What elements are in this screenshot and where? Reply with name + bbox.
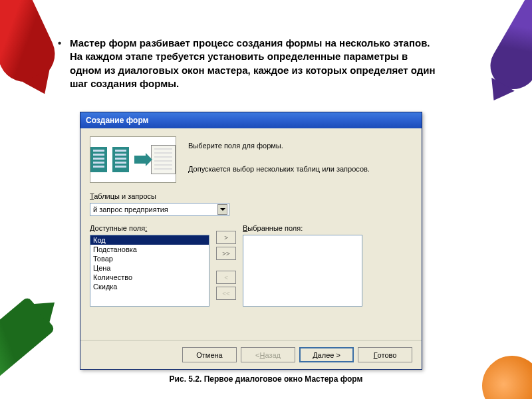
back-button[interactable]: < Назад — [241, 347, 295, 362]
move-all-left-button[interactable]: << — [216, 287, 236, 300]
wizard-illustration — [90, 136, 176, 183]
list-item[interactable]: Подстановка — [90, 245, 209, 254]
slide-bullet-text: Мастер форм разбивает процесс создания ф… — [70, 37, 436, 90]
crayon-purple-decoration — [482, 0, 532, 98]
next-button[interactable]: Далее > — [299, 347, 354, 362]
list-item[interactable]: Код — [90, 235, 209, 245]
tables-queries-combo[interactable]: й запрос предприятия — [90, 203, 229, 216]
dialog-titlebar: Создание форм — [80, 112, 422, 128]
move-right-button[interactable]: > — [216, 231, 236, 244]
dialog-footer: Отмена < Назад Далее > Готово — [80, 340, 422, 369]
instruction-line-1: Выберите поля для формы. — [188, 140, 370, 152]
selected-fields-label: Выбранные поля: — [243, 224, 362, 232]
crayon-red-decoration — [0, 0, 64, 90]
wizard-instructions: Выберите поля для формы. Допускается выб… — [188, 136, 370, 183]
list-item[interactable]: Товар — [90, 254, 209, 263]
move-all-right-button[interactable]: >> — [216, 247, 236, 260]
selected-fields-list[interactable] — [243, 235, 362, 307]
tables-queries-label: Таблицы и запросы — [90, 192, 412, 200]
chevron-down-icon[interactable] — [217, 204, 227, 215]
finish-button[interactable]: Готово — [358, 347, 412, 362]
form-wizard-dialog: Создание форм Выберите поля для формы. Д… — [80, 112, 422, 370]
list-item[interactable]: Количество — [90, 273, 209, 282]
list-item[interactable]: Скидка — [90, 282, 209, 291]
crayon-orange-decoration — [470, 344, 532, 399]
list-item[interactable]: Цена — [90, 263, 209, 273]
move-left-button[interactable]: < — [216, 271, 236, 284]
available-fields-list[interactable]: Код Подстановка Товар Цена Количество Ск… — [90, 235, 209, 307]
dialog-title: Создание форм — [86, 116, 148, 125]
available-fields-label: Доступные поля: — [90, 224, 209, 232]
instruction-line-2: Допускается выбор нескольких таблиц или … — [188, 164, 370, 176]
figure-caption: Рис. 5.2. Первое диалоговое окно Мастера… — [0, 374, 532, 384]
combo-value: й запрос предприятия — [93, 205, 168, 213]
cancel-button[interactable]: Отмена — [182, 347, 237, 362]
